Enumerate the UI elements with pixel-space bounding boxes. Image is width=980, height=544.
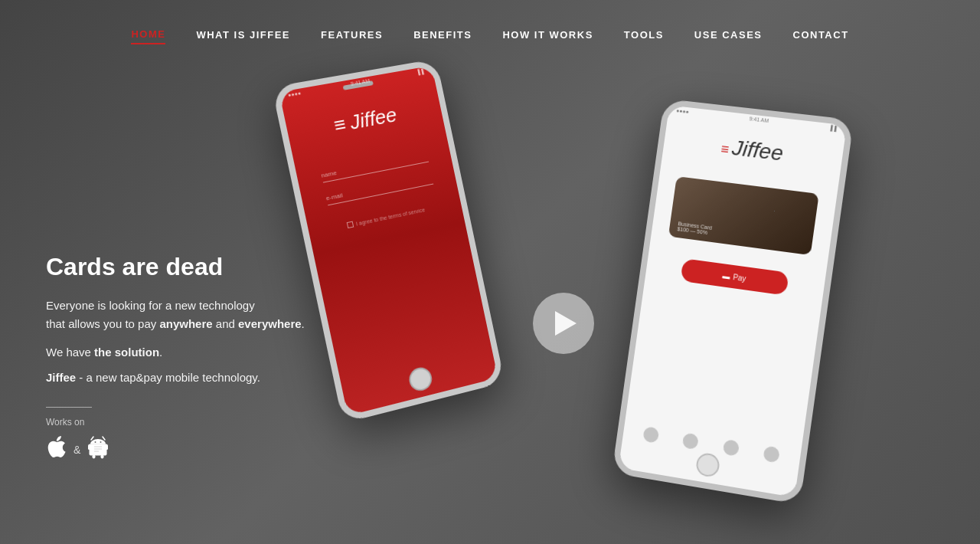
hero-description: Everyone is looking for a new technology… xyxy=(46,297,305,333)
bottom-nav-dot-3 xyxy=(722,439,740,457)
hero-solution: We have the solution. xyxy=(46,346,305,359)
nav-how-it-works[interactable]: HOW IT WORKS xyxy=(502,26,593,44)
card-mock: Business Card $100 — 50% xyxy=(668,176,818,255)
hero-title: Cards are dead xyxy=(46,253,305,281)
nav-use-cases[interactable]: USE CASES xyxy=(694,26,763,44)
solution-end: . xyxy=(159,346,162,359)
hero-everywhere: everywhere xyxy=(238,317,302,330)
apple-icon xyxy=(46,435,66,464)
works-on-divider xyxy=(46,407,92,408)
phones-container: ●●●● 9:41 AM ▌▌ ≡Jiffee name e-mail xyxy=(260,46,842,544)
nav-home[interactable]: HOME xyxy=(131,25,165,44)
nav-features[interactable]: FEATURES xyxy=(321,26,383,44)
works-on-label: Works on xyxy=(46,417,305,428)
play-button[interactable] xyxy=(533,293,594,354)
pay-label: Pay xyxy=(733,273,747,283)
phone-back: ●●●● 9:41 AM ▌▌ ≡Jiffee name e-mail xyxy=(272,59,505,424)
svg-rect-6 xyxy=(101,454,104,458)
pay-button-mock[interactable]: ▬ Pay xyxy=(680,258,789,296)
play-triangle-icon xyxy=(555,311,577,336)
card-bg xyxy=(668,176,818,255)
jiffee-logo-back: ≡Jiffee xyxy=(332,103,399,137)
hero-section: HOME WHAT IS JIFFEE FEATURES BENEFITS HO… xyxy=(0,0,980,544)
brand-tagline: - a new tap&pay mobile technology. xyxy=(76,371,260,384)
bottom-nav-dot-2 xyxy=(682,432,699,450)
svg-line-2 xyxy=(103,437,105,440)
bottom-nav-dot-4 xyxy=(763,445,781,463)
hero-desc-line1: Everyone is looking for a new technology xyxy=(46,299,255,312)
hero-anywhere: anywhere xyxy=(159,317,212,330)
status-bar-back: ●●●● 9:41 AM ▌▌ xyxy=(279,67,433,100)
pay-icon: ▬ xyxy=(722,271,730,280)
solution-bold: the solution xyxy=(94,346,159,359)
logo-bars-back: ≡ xyxy=(332,112,348,137)
phone-frame-front: ●●●● 9:41 AM ▌▌ ≡Jiffee Business Card $1… xyxy=(612,99,854,505)
phone-front: ●●●● 9:41 AM ▌▌ ≡Jiffee Business Card $1… xyxy=(612,99,854,505)
svg-rect-8 xyxy=(106,444,108,450)
platform-ampersand: & xyxy=(74,444,80,456)
platform-icons: & xyxy=(46,435,305,464)
jiffee-logo-front: ≡Jiffee xyxy=(720,134,785,165)
phone-screen-front: ●●●● 9:41 AM ▌▌ ≡Jiffee Business Card $1… xyxy=(619,105,847,497)
svg-line-1 xyxy=(91,437,93,440)
nav-contact[interactable]: CONTACT xyxy=(793,26,849,44)
brand-name: Jiffee xyxy=(46,371,76,384)
svg-point-3 xyxy=(95,441,96,443)
hero-period: . xyxy=(302,317,305,330)
hero-brand-text: Jiffee - a new tap&pay mobile technology… xyxy=(46,371,305,384)
hero-and: and xyxy=(213,317,238,330)
svg-rect-5 xyxy=(93,454,96,458)
nav-benefits[interactable]: BENEFITS xyxy=(413,26,472,44)
status-bar-front: ●●●● 9:41 AM ▌▌ xyxy=(668,107,847,132)
terms-row: I agree to the terms of service xyxy=(346,206,425,228)
solution-text1: We have xyxy=(46,346,94,359)
input-name-label: name xyxy=(321,152,429,179)
hero-content: Cards are dead Everyone is looking for a… xyxy=(46,253,305,464)
navbar: HOME WHAT IS JIFFEE FEATURES BENEFITS HO… xyxy=(0,0,980,69)
bottom-nav-dot-1 xyxy=(642,426,659,444)
phone-frame-back: ●●●● 9:41 AM ▌▌ ≡Jiffee name e-mail xyxy=(272,59,505,424)
terms-text: I agree to the terms of service xyxy=(355,207,425,226)
svg-rect-7 xyxy=(88,444,90,450)
logo-bars-front: ≡ xyxy=(720,141,730,157)
phone-screen-back: ●●●● 9:41 AM ▌▌ ≡Jiffee name e-mail xyxy=(279,66,498,416)
nav-tools[interactable]: TOOLS xyxy=(624,26,664,44)
hero-desc-line2: that allows you to pay xyxy=(46,317,156,330)
android-icon xyxy=(88,436,108,464)
checkbox-mock xyxy=(346,221,354,229)
nav-what-is-jiffee[interactable]: WHAT IS JIFFEE xyxy=(196,26,290,44)
svg-point-4 xyxy=(100,441,102,443)
